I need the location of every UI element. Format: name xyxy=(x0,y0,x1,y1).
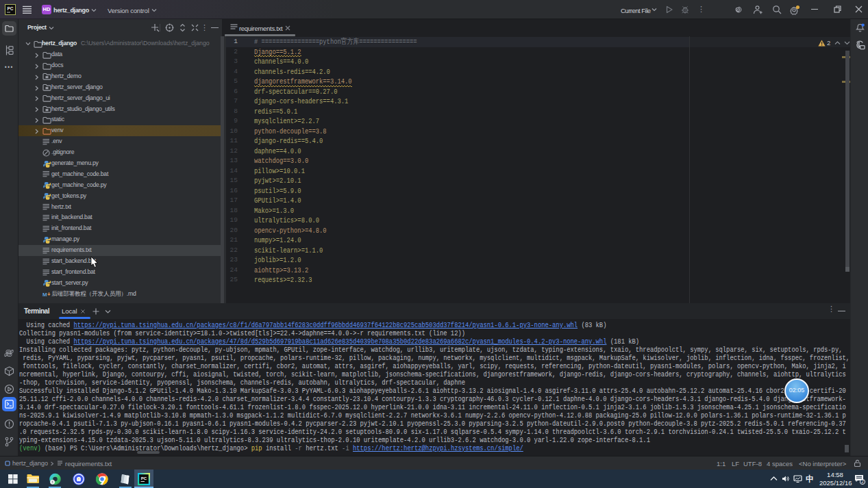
svg-text:M: M xyxy=(42,292,47,298)
svg-text:PC: PC xyxy=(7,6,13,11)
svg-text:2: 2 xyxy=(861,479,864,484)
svg-text:PC: PC xyxy=(141,476,147,480)
